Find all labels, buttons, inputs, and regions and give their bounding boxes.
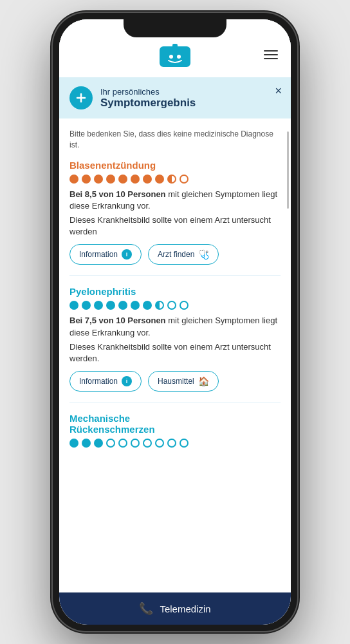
banner-icon bbox=[69, 86, 93, 109]
banner-text: Ihr persönliches Symptomergebnis bbox=[100, 87, 281, 109]
hamburger-line-2 bbox=[264, 54, 278, 55]
dot-teal-1 bbox=[69, 301, 78, 310]
disease-name-rueckenschmerzen: Mechanische Rückenschmerzen bbox=[69, 413, 281, 435]
dot-rs-4 bbox=[106, 439, 115, 448]
dot-rs-10 bbox=[180, 439, 189, 448]
dot-4 bbox=[106, 175, 115, 184]
dot-rs-3 bbox=[94, 439, 103, 448]
disease-score-blasenentzuendung: Bei 8,5 von 10 Personen mit gleichen Sym… bbox=[69, 189, 281, 212]
screen-content: Ihr persönliches Symptomergebnis × Bitte… bbox=[59, 19, 291, 625]
score-bold-blasenentzuendung: Bei 8,5 von 10 Personen bbox=[69, 189, 166, 199]
svg-rect-1 bbox=[172, 44, 178, 52]
dot-teal-4 bbox=[106, 301, 115, 310]
dot-teal-8 bbox=[155, 301, 164, 310]
disease-advice-pyelonephritis: Dieses Krankheitsbild sollte von einem A… bbox=[69, 341, 281, 365]
disease-name-blasenentzuendung: Blasenentzündung bbox=[69, 160, 281, 171]
dot-2 bbox=[82, 175, 91, 184]
dot-teal-3 bbox=[94, 301, 103, 310]
doctor-icon-blasenentzuendung: 🩺 bbox=[198, 249, 209, 260]
dot-6 bbox=[131, 175, 140, 184]
disease-section-rueckenschmerzen: Mechanische Rückenschmerzen bbox=[69, 413, 281, 463]
dot-rs-9 bbox=[167, 439, 176, 448]
banner-line1: Ihr persönliches bbox=[100, 87, 281, 97]
dot-rs-8 bbox=[155, 439, 164, 448]
home-remedy-button-pyelonephritis[interactable]: Hausmittel 🏠 bbox=[148, 371, 219, 392]
banner-line2: Symptomergebnis bbox=[100, 97, 281, 109]
dot-5 bbox=[118, 175, 127, 184]
hamburger-menu[interactable] bbox=[264, 50, 278, 59]
result-banner: Ihr persönliches Symptomergebnis × bbox=[59, 77, 291, 118]
main-scroll-area[interactable]: Bitte bedenken Sie, dass dies keine medi… bbox=[59, 118, 291, 592]
dot-9 bbox=[167, 175, 176, 184]
home-remedy-label-pyelonephritis: Hausmittel bbox=[158, 377, 194, 386]
action-buttons-blasenentzuendung: Information i Arzt finden 🩺 bbox=[69, 244, 281, 265]
dot-teal-10 bbox=[180, 301, 189, 310]
info-button-blasenentzuendung[interactable]: Information i bbox=[69, 244, 142, 265]
dot-teal-5 bbox=[118, 301, 127, 310]
info-button-pyelonephritis[interactable]: Information i bbox=[69, 371, 142, 392]
scroll-spacer bbox=[69, 473, 281, 512]
dot-rs-6 bbox=[131, 439, 140, 448]
disease-name-pyelonephritis: Pyelonephritis bbox=[69, 286, 281, 297]
notch bbox=[124, 19, 226, 37]
dot-rs-7 bbox=[143, 439, 152, 448]
dot-10 bbox=[180, 175, 189, 184]
dot-8 bbox=[155, 175, 164, 184]
dot-rs-1 bbox=[69, 439, 78, 448]
svg-point-2 bbox=[169, 55, 173, 59]
phone-frame: Ihr persönliches Symptomergebnis × Bitte… bbox=[53, 13, 297, 631]
phone-icon: 📞 bbox=[139, 601, 153, 616]
phone-wrapper: Ihr persönliches Symptomergebnis × Bitte… bbox=[0, 0, 350, 644]
score-bold-pyelonephritis: Bei 7,5 von 10 Personen bbox=[69, 316, 166, 325]
doctor-button-label-blasenentzuendung: Arzt finden bbox=[158, 250, 194, 259]
close-button[interactable]: × bbox=[275, 85, 282, 97]
dots-row-rueckenschmerzen bbox=[69, 439, 281, 448]
dot-1 bbox=[69, 175, 78, 184]
app-logo bbox=[160, 44, 190, 70]
dot-teal-2 bbox=[82, 301, 91, 310]
hamburger-line-1 bbox=[264, 50, 278, 52]
info-button-label-blasenentzuendung: Information bbox=[79, 250, 118, 259]
dot-teal-9 bbox=[167, 301, 176, 310]
home-icon-pyelonephritis: 🏠 bbox=[198, 376, 209, 386]
dots-row-pyelonephritis bbox=[69, 301, 281, 310]
info-icon-blasenentzuendung: i bbox=[122, 249, 132, 260]
hamburger-line-3 bbox=[264, 58, 278, 59]
scroll-indicator bbox=[287, 131, 289, 209]
bottom-bar[interactable]: 📞 Telemedizin bbox=[59, 592, 291, 625]
action-buttons-pyelonephritis: Information i Hausmittel 🏠 bbox=[69, 371, 281, 392]
svg-point-3 bbox=[177, 55, 181, 59]
disease-section-blasenentzuendung: Blasenentzündung bbox=[69, 160, 281, 276]
disease-section-pyelonephritis: Pyelonephritis bbox=[69, 286, 281, 402]
dot-7 bbox=[143, 175, 152, 184]
dots-row-blasenentzuendung bbox=[69, 175, 281, 184]
doctor-button-blasenentzuendung[interactable]: Arzt finden 🩺 bbox=[148, 244, 219, 265]
phone-screen: Ihr persönliches Symptomergebnis × Bitte… bbox=[59, 19, 291, 625]
dot-teal-6 bbox=[131, 301, 140, 310]
disclaimer-text: Bitte bedenken Sie, dass dies keine medi… bbox=[69, 129, 281, 151]
info-icon-pyelonephritis: i bbox=[122, 376, 132, 386]
info-button-label-pyelonephritis: Information bbox=[79, 377, 118, 386]
disease-score-pyelonephritis: Bei 7,5 von 10 Personen mit gleichen Sym… bbox=[69, 315, 281, 338]
dot-rs-5 bbox=[118, 439, 127, 448]
dot-rs-2 bbox=[82, 439, 91, 448]
disease-advice-blasenentzuendung: Dieses Krankheitsbild sollte von einem A… bbox=[69, 214, 281, 238]
dot-teal-7 bbox=[143, 301, 152, 310]
dot-3 bbox=[94, 175, 103, 184]
telemedizin-label: Telemedizin bbox=[160, 603, 210, 614]
